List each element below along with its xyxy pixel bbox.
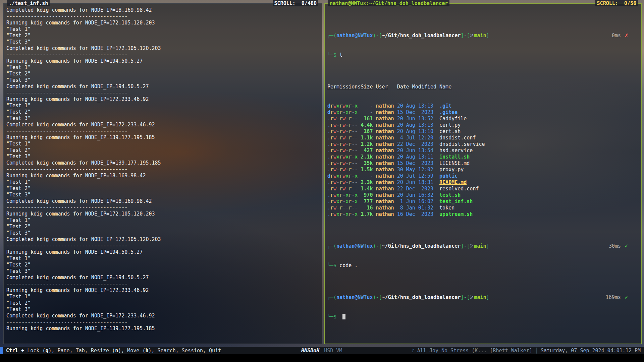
keybind-segment: n: [115, 348, 118, 354]
file-date: 20 Aug 13:13: [397, 103, 436, 109]
log-line: Running kdig commands for NODE_IP=172.10…: [6, 211, 319, 217]
tab-hnsdoh[interactable]: HNSDoH: [301, 348, 319, 354]
prompt-line: ┌─(nathan@NWTux)-[~/Git/hns_doh_loadbala…: [327, 243, 639, 250]
command-line-current[interactable]: └─$: [327, 314, 639, 320]
log-line: Completed kdig commands for NODE_IP=172.…: [6, 122, 319, 128]
keybind-hints: Ctrl + Lock (g), Pane, Tab, Resize (n), …: [6, 348, 221, 354]
command-duration: 30ms: [609, 243, 621, 249]
git-branch-icon: [470, 295, 474, 301]
tab-hsd-vm[interactable]: HSD VM: [324, 348, 342, 354]
log-line: Completed kdig commands for NODE_IP=172.…: [6, 45, 319, 52]
file-date: 20 Jul 12:59: [397, 173, 436, 179]
keybind-segment: Move (: [127, 348, 145, 354]
file-permissions: .rw-rw-r--: [327, 186, 361, 192]
command-text: l: [339, 52, 342, 58]
right-pane[interactable]: nathan@NWTux:~/Git/hns_doh_loadbalancer …: [324, 3, 642, 344]
file-owner: nathan: [376, 186, 394, 192]
file-permissions: .rwxr-xr-x: [327, 211, 361, 218]
log-line: "Test 3": [6, 192, 319, 198]
file-row: .rw-rw-r--4.4knathan20 Aug 13:13cert.py: [327, 122, 639, 128]
keybind-segment: Pane,: [58, 348, 76, 354]
keybind-segment: ),: [118, 348, 127, 354]
file-name: README.md: [439, 179, 467, 186]
git-branch-icon: [470, 33, 474, 39]
file-size: 16: [361, 205, 373, 211]
prompt-user-host: nathan@NWTux: [336, 294, 373, 300]
file-date: 20 Aug 13:13: [397, 122, 436, 128]
file-permissions: drwxrwxr-x: [327, 103, 361, 109]
log-line: "Test 2": [6, 300, 319, 306]
file-permissions: .rw-rw-r--: [327, 116, 361, 122]
file-date: 20 Jun 13:54: [397, 147, 436, 154]
file-name: LICENSE.md: [439, 160, 470, 167]
file-size: 35k: [361, 160, 373, 167]
tab-bar: HNSDoH HSD VM: [301, 347, 342, 354]
log-line: "Test 3": [6, 154, 319, 160]
file-size: 1.2k: [361, 141, 373, 147]
file-date: 15 Dec 2023: [397, 109, 436, 116]
log-line: Completed kdig commands for NODE_IP=194.…: [6, 275, 319, 281]
log-line: Completed kdig commands for NODE_IP=172.…: [6, 313, 319, 319]
cursor: [342, 314, 345, 319]
file-row: .rw-rw-r--1.2knathan22 Dec 2023dnsdist.s…: [327, 141, 639, 147]
prompt-user-host: nathan@NWTux: [336, 33, 373, 39]
file-date: 20 Aug 13:10: [397, 128, 436, 135]
file-row: .rwxr-xr-x970nathan20 Jun 16:32test.sh: [327, 192, 639, 198]
file-name: dnsdist.service: [439, 141, 485, 147]
log-line: Running kdig commands for NODE_IP=172.10…: [6, 20, 319, 26]
file-size: 2.3k: [361, 179, 373, 186]
file-permissions: .rw-rw-r--: [327, 147, 361, 154]
file-owner: nathan: [376, 205, 394, 211]
git-branch-name: main: [474, 243, 486, 249]
file-owner: nathan: [376, 192, 394, 198]
file-row: .rwxrwxr-x2.1knathan20 Aug 13:11install.…: [327, 154, 639, 160]
file-size: 161: [361, 116, 373, 122]
keybind-segment: ),: [148, 348, 157, 354]
file-size: 2.1k: [361, 154, 373, 160]
file-size: 1.4k: [361, 186, 373, 192]
file-permissions: drwxr-xr-x: [327, 109, 361, 116]
file-owner: nathan: [376, 116, 394, 122]
file-date: 4 Jul 12:20: [397, 135, 436, 141]
keybind-segment: ),: [48, 348, 57, 354]
log-line: "Test 1": [6, 255, 319, 262]
command-line: └─$code .: [327, 262, 639, 269]
file-owner: nathan: [376, 141, 394, 147]
file-size: 427: [361, 147, 373, 154]
log-line: ----------------------------------------: [6, 90, 319, 96]
prompt-path: ~/Git/hns_doh_loadbalancer: [382, 243, 461, 249]
file-name: cert.py: [439, 122, 461, 128]
log-line: Completed kdig commands for NODE_IP=18.1…: [6, 198, 319, 204]
prompt-user-host: nathan@NWTux: [336, 243, 373, 249]
keybind-segment: Session,: [182, 348, 209, 354]
file-row: drwxr-xr-x-nathan15 Dec 2023.gitea: [327, 109, 639, 116]
file-date: 20 Jun 13:52: [397, 116, 436, 122]
file-owner: nathan: [376, 122, 394, 128]
file-owner: nathan: [376, 179, 394, 186]
file-permissions: .rw-rw-r--: [327, 160, 361, 167]
file-date: 22 Dec 2023: [397, 186, 436, 192]
command-duration: 169ms: [606, 294, 621, 300]
status-separator: │: [535, 348, 538, 354]
keybind-segment: Resize (: [91, 348, 115, 354]
prompt-path: ~/Git/hns_doh_loadbalancer: [382, 33, 461, 39]
log-line: Running kdig commands for NODE_IP=172.23…: [6, 287, 319, 294]
terminal-output-right: ┌─(nathan@NWTux)-[~/Git/hns_doh_loadbala…: [325, 4, 641, 344]
log-line: "Test 1": [6, 217, 319, 224]
file-owner: nathan: [376, 154, 394, 160]
log-line: Running kdig commands for NODE_IP=139.17…: [6, 325, 319, 332]
log-line: "Test 1": [6, 294, 319, 300]
log-line: "Test 2": [6, 147, 319, 154]
command-text: code .: [339, 262, 358, 268]
file-permissions: drwxrwxr-x: [327, 173, 361, 179]
column-header: Date Modified: [397, 84, 436, 90]
file-date: 20 Jun 16:32: [397, 192, 436, 198]
file-owner: nathan: [376, 160, 394, 167]
keybind-segment: Ctrl +: [6, 348, 27, 354]
file-permissions: .rwxrwxr-x: [327, 154, 361, 160]
git-branch-name: main: [474, 294, 486, 300]
file-permissions: .rw-rw-r--: [327, 135, 361, 141]
keybind-segment: Quit: [209, 348, 221, 354]
prompt-line: ┌─(nathan@NWTux)-[~/Git/hns_doh_loadbala…: [327, 33, 639, 39]
left-pane[interactable]: ./test_inf.sh SCROLL: 0/480 Completed kd…: [3, 3, 322, 344]
